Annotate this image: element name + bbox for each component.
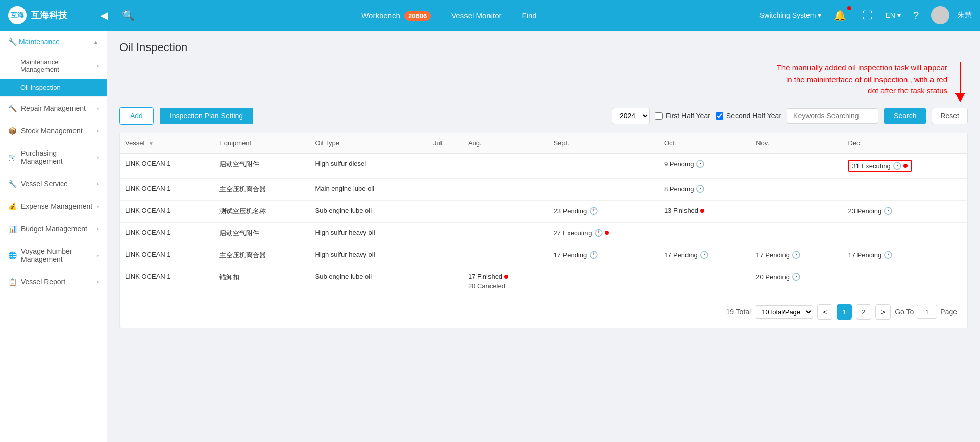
reset-button[interactable]: Reset [932,108,968,124]
page-1-btn[interactable]: 1 [837,304,852,320]
nov-cell [751,154,843,179]
dec-cell [843,179,968,201]
sidebar-item-expense[interactable]: 💰 Expense Management › [0,195,107,217]
sidebar-item-vessel-service[interactable]: 🔧 Vessel Service › [0,173,107,195]
jul-cell [428,244,463,266]
sort-icon-vessel[interactable]: ▼ [149,141,154,146]
logo-icon: 互海 [8,6,27,24]
sept-cell[interactable]: 27 Executing 🕐 [548,223,658,244]
chevron-right-icon: › [97,128,99,134]
prev-page-btn[interactable]: < [817,304,832,320]
page-2-btn[interactable]: 2 [856,304,871,320]
fullscreen-icon[interactable]: ⛶ [859,8,877,23]
workbench-link[interactable]: Workbench 20606 [361,11,431,20]
expense-icon: 💰 [8,202,17,210]
nov-cell [751,223,843,244]
page-label: Page [940,308,957,316]
jul-cell [428,201,463,223]
clock-icon: 🕐 [696,160,704,168]
dec-cell[interactable]: 17 Pending 🕐 [843,244,968,266]
nov-cell[interactable]: 17 Pending 🕐 [751,244,843,266]
sidebar: 🔧 Maintenance ▲ Maintenance Management ›… [0,31,107,442]
annotation-arrow [952,62,968,103]
sept-cell [548,179,658,201]
aug-cell [463,223,549,244]
help-icon[interactable]: ? [909,8,923,23]
bell-notification-dot [847,6,851,10]
aug-cell[interactable]: 17 Finished 20 Canceled [463,266,549,297]
dec-cell[interactable]: 23 Pending 🕐 [843,201,968,223]
maintenance-header[interactable]: 🔧 Maintenance ▲ [0,31,107,53]
search-icon[interactable]: 🔍 [118,7,139,23]
clock-icon: 🕐 [792,251,800,259]
find-link[interactable]: Find [522,11,537,20]
language-btn[interactable]: EN ▾ [885,11,900,19]
next-page-btn[interactable]: > [875,304,891,320]
sidebar-item-repair[interactable]: 🔨 Repair Management › [0,97,107,119]
col-oil-type: Oil Type [310,133,428,154]
jul-cell [428,179,463,201]
aug-cell [463,154,549,179]
vessel-cell: LINK OCEAN 1 [120,154,214,179]
executing-badge: 31 Executing 🕐 [848,160,912,172]
sept-cell[interactable]: 23 Pending 🕐 [548,201,658,223]
back-icon[interactable]: ◀ [96,7,112,23]
clock-icon: 🕐 [589,251,598,259]
oct-cell[interactable]: 8 Pending 🕐 [659,179,751,201]
sidebar-item-voyage[interactable]: 🌐 Voyage Number Management › [0,240,107,271]
search-button[interactable]: Search [884,108,926,124]
search-input[interactable] [787,108,878,124]
avatar[interactable] [931,6,949,24]
table-header-row: Vessel ▼ Equipment Oil Type Jul. Aug. Se… [120,133,967,154]
dec-cell[interactable]: 31 Executing 🕐 [843,154,968,179]
oct-cell[interactable]: 17 Pending 🕐 [659,244,751,266]
col-nov: Nov. [751,133,843,154]
per-page-select[interactable]: 10Total/Page 20Total/Page 50Total/Page [755,305,813,319]
oil-type-cell: Main engine lube oil [310,179,428,201]
red-dot [903,164,908,168]
clock-icon: 🕐 [884,207,892,215]
add-button[interactable]: Add [119,107,154,125]
inspection-plan-button[interactable]: Inspection Plan Setting [160,108,253,124]
clock-icon: 🕐 [696,185,704,193]
oct-cell[interactable]: 9 Pending 🕐 [659,154,751,179]
clock-icon: 🕐 [700,251,708,259]
year-select[interactable]: 2024 2023 2025 [612,108,650,124]
goto-input[interactable] [917,305,937,319]
status-badge: 23 Pending 🕐 [553,207,598,215]
jul-cell [428,154,463,179]
data-table-wrapper: Vessel ▼ Equipment Oil Type Jul. Aug. Se… [119,133,968,328]
dec-cell [843,223,968,244]
sidebar-item-maintenance-mgmt[interactable]: Maintenance Management › [0,53,107,79]
oil-type-cell: Sub engine lube oil [310,266,428,297]
oct-cell[interactable]: 13 Finished [659,201,751,223]
clock-icon: 🕐 [792,273,800,281]
sidebar-item-stock[interactable]: 📦 Stock Management › [0,119,107,142]
col-dec: Dec. [843,133,968,154]
purchasing-icon: 🛒 [8,153,17,161]
equipment-cell: 主空压机离合器 [214,244,310,266]
sidebar-item-purchasing[interactable]: 🛒 Purchasing Management › [0,142,107,173]
switching-system-btn[interactable]: Switching System ▾ [760,11,821,19]
first-half-checkbox[interactable] [655,112,663,120]
second-half-checkbox-label[interactable]: Second Half Year [716,112,781,120]
pagination: 19 Total 10Total/Page 20Total/Page 50Tot… [120,296,967,328]
table-row: LINK OCEAN 1 启动空气附件 High sulfur heavy oi… [120,223,967,244]
sept-cell[interactable]: 17 Pending 🕐 [548,244,658,266]
bell-icon[interactable]: 🔔 [829,7,850,23]
sidebar-item-oil-inspection[interactable]: Oil Inspection [0,79,107,96]
status-badge: 23 Pending 🕐 [848,207,893,215]
sidebar-item-vessel-report[interactable]: 📋 Vessel Report › [0,271,107,293]
page-title: Oil Inspection [119,41,968,54]
goto-label: Go To [895,308,914,316]
table-row: LINK OCEAN 1 启动空气附件 High sulfur diesel 9… [120,154,967,179]
table-scroll-container[interactable]: Vessel ▼ Equipment Oil Type Jul. Aug. Se… [120,133,967,296]
vessel-monitor-link[interactable]: Vessel Monitor [451,11,501,20]
equipment-cell: 启动空气附件 [214,154,310,179]
voyage-icon: 🌐 [8,251,17,259]
sidebar-item-budget[interactable]: 📊 Budget Management › [0,217,107,240]
nov-cell[interactable]: 20 Pending 🕐 [751,266,843,297]
username[interactable]: 朱慧 [958,11,972,20]
second-half-checkbox[interactable] [716,112,723,120]
first-half-checkbox-label[interactable]: First Half Year [655,112,710,120]
